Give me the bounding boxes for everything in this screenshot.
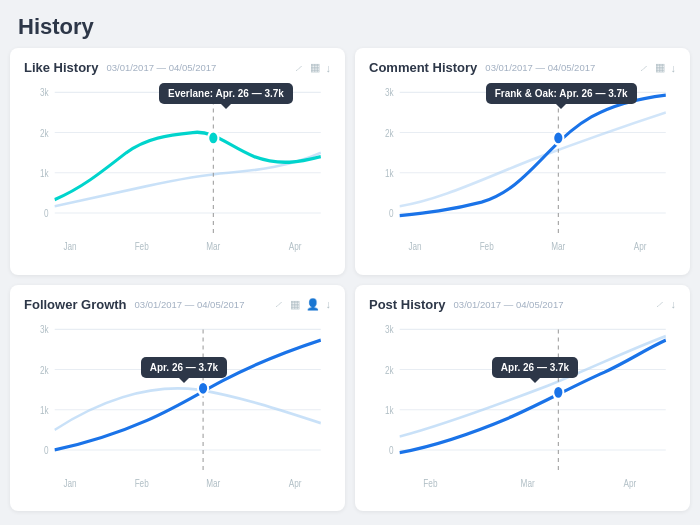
svg-text:2k: 2k bbox=[385, 126, 394, 138]
follower-growth-card: Follower Growth 03/01/2017 — 04/05/2017 … bbox=[10, 285, 345, 512]
comment-history-icons: ⟋ ▦ ↓ bbox=[638, 61, 677, 74]
svg-point-23 bbox=[553, 131, 563, 144]
download-icon[interactable]: ↓ bbox=[326, 298, 332, 310]
svg-text:Apr: Apr bbox=[289, 477, 302, 489]
like-history-svg: 3k 2k 1k 0 Jan Feb Mar Apr bbox=[24, 79, 331, 267]
svg-text:2k: 2k bbox=[385, 363, 394, 375]
page-title: History bbox=[0, 0, 700, 48]
svg-text:Feb: Feb bbox=[135, 240, 149, 252]
comment-history-date: 03/01/2017 — 04/05/2017 bbox=[485, 62, 595, 73]
svg-text:0: 0 bbox=[44, 443, 49, 455]
download-icon[interactable]: ↓ bbox=[671, 298, 677, 310]
svg-text:3k: 3k bbox=[40, 86, 49, 98]
svg-text:1k: 1k bbox=[385, 167, 394, 179]
like-history-chart-area: 3k 2k 1k 0 Jan Feb Mar Apr Everlane: Apr… bbox=[24, 79, 331, 267]
grid-icon[interactable]: ▦ bbox=[310, 61, 320, 74]
post-history-icons: ⟋ ↓ bbox=[654, 298, 677, 310]
comment-history-chart-area: 3k 2k 1k 0 Jan Feb Mar Apr Frank & Oak: … bbox=[369, 79, 676, 267]
line-chart-icon[interactable]: ⟋ bbox=[293, 62, 304, 74]
svg-text:Apr: Apr bbox=[289, 240, 302, 252]
svg-text:Mar: Mar bbox=[551, 240, 566, 252]
post-history-title: Post History bbox=[369, 297, 446, 312]
svg-text:2k: 2k bbox=[40, 126, 49, 138]
svg-text:Feb: Feb bbox=[423, 477, 437, 489]
follower-growth-svg: 3k 2k 1k 0 Jan Feb Mar Apr bbox=[24, 316, 331, 504]
svg-text:0: 0 bbox=[44, 207, 49, 219]
download-icon[interactable]: ↓ bbox=[326, 62, 332, 74]
download-icon[interactable]: ↓ bbox=[671, 62, 677, 74]
post-history-chart-area: 3k 2k 1k 0 Feb Mar Apr Apr. 26 — 3.7k bbox=[369, 316, 676, 504]
comment-history-header: Comment History 03/01/2017 — 04/05/2017 … bbox=[369, 60, 676, 75]
line-chart-icon[interactable]: ⟋ bbox=[273, 298, 284, 310]
post-history-card: Post History 03/01/2017 — 04/05/2017 ⟋ ↓… bbox=[355, 285, 690, 512]
svg-text:0: 0 bbox=[389, 207, 394, 219]
svg-text:2k: 2k bbox=[40, 363, 49, 375]
like-history-title: Like History bbox=[24, 60, 98, 75]
svg-text:3k: 3k bbox=[40, 323, 49, 335]
grid-icon[interactable]: ▦ bbox=[655, 61, 665, 74]
post-history-date: 03/01/2017 — 04/05/2017 bbox=[454, 299, 564, 310]
svg-text:Mar: Mar bbox=[206, 240, 221, 252]
svg-text:Mar: Mar bbox=[206, 477, 221, 489]
svg-text:Jan: Jan bbox=[408, 240, 421, 252]
like-history-card: Like History 03/01/2017 — 04/05/2017 ⟋ ▦… bbox=[10, 48, 345, 275]
post-history-header: Post History 03/01/2017 — 04/05/2017 ⟋ ↓ bbox=[369, 297, 676, 312]
svg-text:Jan: Jan bbox=[63, 477, 76, 489]
user-icon[interactable]: 👤 bbox=[306, 298, 320, 311]
follower-growth-chart-area: 3k 2k 1k 0 Jan Feb Mar Apr Apr. 26 — 3.7… bbox=[24, 316, 331, 504]
comment-history-card: Comment History 03/01/2017 — 04/05/2017 … bbox=[355, 48, 690, 275]
svg-point-51 bbox=[553, 385, 563, 398]
grid-icon[interactable]: ▦ bbox=[290, 298, 300, 311]
follower-growth-date: 03/01/2017 — 04/05/2017 bbox=[135, 299, 245, 310]
svg-text:Feb: Feb bbox=[135, 477, 149, 489]
charts-grid: Like History 03/01/2017 — 04/05/2017 ⟋ ▦… bbox=[0, 48, 700, 521]
svg-text:Apr: Apr bbox=[634, 240, 647, 252]
svg-text:1k: 1k bbox=[40, 403, 49, 415]
like-history-icons: ⟋ ▦ ↓ bbox=[293, 61, 332, 74]
follower-growth-header: Follower Growth 03/01/2017 — 04/05/2017 … bbox=[24, 297, 331, 312]
svg-text:0: 0 bbox=[389, 443, 394, 455]
comment-history-svg: 3k 2k 1k 0 Jan Feb Mar Apr bbox=[369, 79, 676, 267]
follower-growth-icons: ⟋ ▦ 👤 ↓ bbox=[273, 298, 332, 311]
line-chart-icon[interactable]: ⟋ bbox=[654, 298, 665, 310]
like-history-date: 03/01/2017 — 04/05/2017 bbox=[106, 62, 216, 73]
follower-growth-title: Follower Growth bbox=[24, 297, 127, 312]
svg-text:Apr: Apr bbox=[624, 477, 637, 489]
like-history-header: Like History 03/01/2017 — 04/05/2017 ⟋ ▦… bbox=[24, 60, 331, 75]
svg-text:Jan: Jan bbox=[63, 240, 76, 252]
svg-text:3k: 3k bbox=[385, 323, 394, 335]
line-chart-icon[interactable]: ⟋ bbox=[638, 62, 649, 74]
svg-text:1k: 1k bbox=[385, 403, 394, 415]
comment-history-title: Comment History bbox=[369, 60, 477, 75]
svg-point-37 bbox=[198, 381, 208, 394]
svg-text:1k: 1k bbox=[40, 167, 49, 179]
post-history-svg: 3k 2k 1k 0 Feb Mar Apr bbox=[369, 316, 676, 504]
svg-text:Mar: Mar bbox=[521, 477, 536, 489]
svg-text:Feb: Feb bbox=[480, 240, 494, 252]
svg-text:3k: 3k bbox=[385, 86, 394, 98]
svg-point-9 bbox=[208, 131, 218, 144]
